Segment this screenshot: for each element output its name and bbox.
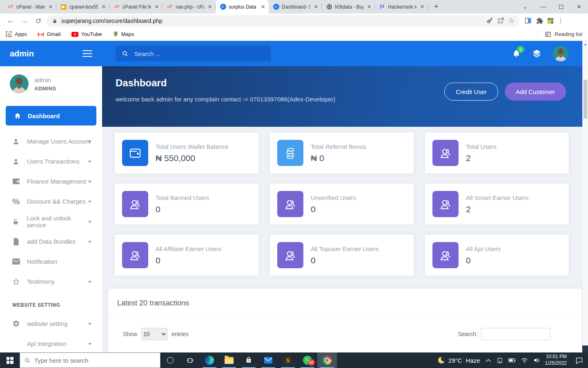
battery-icon[interactable] xyxy=(508,358,516,363)
chevron-down-icon xyxy=(88,323,91,325)
apps-layers-button[interactable] xyxy=(532,49,541,58)
hamburger-menu-icon[interactable] xyxy=(82,48,92,59)
reading-list-button[interactable]: Reading list xyxy=(538,31,582,38)
tab-close-icon[interactable]: ✕ xyxy=(207,4,213,10)
taskbar-clock[interactable]: 10:01 PM 1/25/2022 xyxy=(545,354,567,366)
tab-n3tdata[interactable]: N3tdata - Buy A ✕ xyxy=(322,0,375,13)
reload-icon[interactable] xyxy=(33,15,44,27)
entries-label: entries xyxy=(172,331,189,337)
bookmark-apps[interactable]: Apps xyxy=(6,31,27,37)
stat-label: All Topuser Earner Users xyxy=(311,245,379,252)
chevron-down-icon xyxy=(88,161,91,163)
top-navbar: 5 xyxy=(102,41,588,66)
tab-close-icon[interactable]: ✕ xyxy=(100,4,107,10)
taskbar-whatsapp[interactable]: 60 xyxy=(298,352,317,368)
taskbar-sublime[interactable]: S xyxy=(278,352,298,368)
sidebar-item-finance-management[interactable]: Finance Management xyxy=(0,171,102,191)
bookmark-youtube[interactable]: YouTube xyxy=(71,31,102,37)
wifi-icon[interactable] xyxy=(521,358,528,363)
bookmark-gmail[interactable]: Gmail xyxy=(38,31,61,37)
back-icon[interactable]: ← xyxy=(5,15,16,27)
stat-label: Total Users Wallet Balance xyxy=(156,143,229,150)
taskbar-file-explorer[interactable] xyxy=(219,352,239,368)
share-icon[interactable] xyxy=(497,17,504,24)
tab-title: Hackerrank Ico xyxy=(388,4,416,10)
notifications-button[interactable]: 5 xyxy=(512,49,521,58)
tab-close-icon[interactable]: ✕ xyxy=(419,4,425,10)
transactions-panel: Latest 20 transactions Show 10 entries S… xyxy=(108,289,582,352)
tab-hackerrank[interactable]: Hackerrank Ico ✕ xyxy=(375,0,428,13)
tray-chevron-up-icon[interactable] xyxy=(486,359,491,362)
profile-role: ADMINS xyxy=(34,85,56,92)
close-button[interactable]: ✕ xyxy=(570,0,588,13)
search-input[interactable] xyxy=(134,50,264,57)
sidebar-item-website-setting[interactable]: website setting xyxy=(0,314,102,334)
sidebar-item-add-data-bundles[interactable]: add Data Bundles xyxy=(0,231,102,251)
browser-menu-icon[interactable]: ⋮ xyxy=(557,17,564,25)
sidebar-item-api-integration[interactable]: Api Integration xyxy=(0,334,102,352)
extension-cheapdata-icon[interactable] xyxy=(548,18,553,24)
user-avatar[interactable] xyxy=(553,46,568,61)
bookmark-maps[interactable]: Maps xyxy=(113,31,134,37)
check-icon: ✓ xyxy=(273,4,279,10)
sidebar-item-lock-unlock-service[interactable]: Lock and unlock service xyxy=(0,211,102,231)
scrollbar-thumb[interactable] xyxy=(584,80,587,119)
tab-cpanel-filemanager[interactable]: cP cPanel File Man ✕ xyxy=(109,0,163,13)
sidebar-item-manage-users-account[interactable]: Manage Users Account xyxy=(0,131,102,151)
edge-icon xyxy=(205,356,214,365)
extensions-puzzle-icon[interactable] xyxy=(536,17,543,25)
tab-search-chevron-icon[interactable]: ⌄ xyxy=(516,0,534,13)
percent-icon: % xyxy=(11,197,20,206)
tab-navphp[interactable]: cP nav.php - cPane ✕ xyxy=(163,0,216,13)
add-customer-button[interactable]: Add Customer xyxy=(505,83,566,101)
maximize-button[interactable] xyxy=(552,0,570,13)
tab-close-icon[interactable]: ✕ xyxy=(313,4,319,10)
tab-close-icon[interactable]: ✕ xyxy=(154,4,160,10)
sidebar-item-users-transactions[interactable]: Users Transactions xyxy=(0,151,102,171)
tab-dashboard-su[interactable]: ✓ Dashboard- SU ✕ xyxy=(269,0,322,13)
users-icon xyxy=(432,140,459,166)
home-icon xyxy=(14,112,21,119)
table-search-input[interactable] xyxy=(481,328,550,340)
start-button[interactable] xyxy=(0,352,20,368)
transactions-title: Latest 20 transactions xyxy=(108,289,582,317)
tab-surplus-data-active[interactable]: ✓ surplus Data - C ✕ xyxy=(216,0,269,13)
forward-icon[interactable]: → xyxy=(19,15,30,27)
tab-close-icon[interactable]: ✕ xyxy=(366,4,372,10)
sidebar-item-testimony[interactable]: Testimony xyxy=(0,272,102,292)
tray-tablet-icon[interactable] xyxy=(497,357,503,364)
page-scrollbar[interactable]: ▲ xyxy=(582,41,588,352)
sidebar-item-dashboard[interactable]: Dashboard xyxy=(6,106,96,126)
tab-cpanel-box[interactable]: cpanel-box552 ✕ xyxy=(56,0,109,13)
address-bar[interactable]: superjarang.com/secure/dashboard.php ☆ xyxy=(47,15,519,27)
credit-user-button[interactable]: Credit User xyxy=(444,83,498,101)
tab-cpanel-main[interactable]: cP cPanel - Main ✕ xyxy=(3,0,56,13)
minimize-button[interactable]: — xyxy=(534,0,552,13)
key-icon[interactable] xyxy=(486,17,493,24)
scroll-up-arrow-icon[interactable]: ▲ xyxy=(583,43,588,46)
side-panel-icon[interactable] xyxy=(524,17,532,25)
speaker-icon[interactable] xyxy=(533,357,540,363)
whatsapp-badge: 60 xyxy=(308,359,315,366)
whatsapp-icon: 60 xyxy=(303,356,312,365)
sidebar-item-notification[interactable]: Notification xyxy=(0,251,102,272)
taskbar-edge[interactable] xyxy=(200,352,219,368)
taskbar-store[interactable] xyxy=(239,352,258,368)
navbar-search[interactable] xyxy=(116,46,271,61)
taskbar-weather[interactable]: 29°C Haze xyxy=(438,357,480,364)
new-tab-button[interactable]: + xyxy=(430,1,442,13)
bookmark-star-icon[interactable]: ☆ xyxy=(508,16,514,25)
action-center-icon[interactable] xyxy=(575,357,583,364)
cortana-button[interactable] xyxy=(160,352,180,368)
tab-close-icon[interactable]: ✕ xyxy=(260,4,266,10)
task-view-button[interactable] xyxy=(180,352,200,368)
sidebar-item-discount-charges[interactable]: % Discount && Charges xyxy=(0,191,102,211)
taskbar-search-input[interactable] xyxy=(34,357,156,364)
taskbar-mail[interactable] xyxy=(258,352,278,368)
youtube-icon xyxy=(71,32,78,37)
folder-icon xyxy=(225,357,234,364)
taskbar-search[interactable] xyxy=(20,352,160,368)
page-size-select[interactable]: 10 xyxy=(141,328,167,340)
taskbar-chrome[interactable] xyxy=(317,352,337,368)
tab-close-icon[interactable]: ✕ xyxy=(47,4,54,10)
